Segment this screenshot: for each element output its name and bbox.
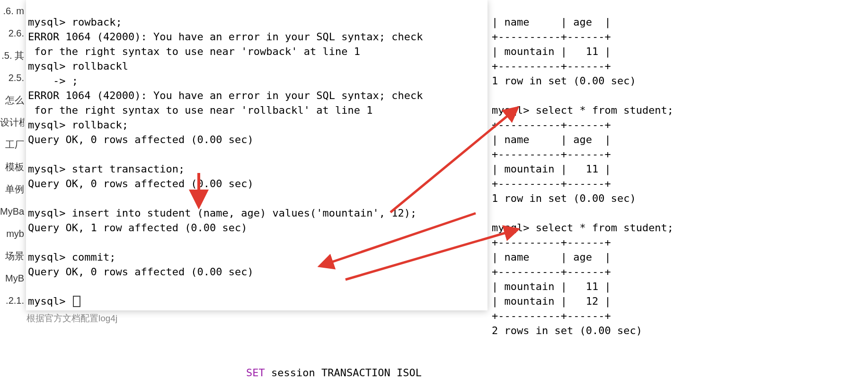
terminal-line: +----------+------+ [492, 119, 611, 131]
terminal-line: | mountain | 11 | [492, 281, 611, 292]
terminal-line: mysql> rollbackl [28, 60, 128, 72]
terminal-line: mysql> [28, 295, 72, 307]
cursor-icon [73, 296, 80, 307]
terminal-line: -> ; [28, 75, 78, 87]
terminal-line: mysql> start transaction; [28, 163, 185, 175]
terminal-line: | name | age | [492, 16, 611, 28]
terminal-line: mysql> commit; [28, 251, 115, 263]
terminal-line: mysql> rollback; [28, 119, 128, 131]
terminal-line: +----------+------+ [492, 236, 611, 248]
sidebar-item[interactable]: 模板 [0, 156, 24, 178]
sidebar-item[interactable]: 怎么 [0, 89, 24, 111]
terminal-line: | name | age | [492, 251, 611, 263]
terminal-line: +----------+------+ [492, 148, 611, 160]
terminal-line: 1 row in set (0.00 sec) [492, 75, 636, 87]
document-outline-sidebar: .6. m 2.6. .5. 其 2.5. 怎么 设计模 工厂 模板 单例 My… [0, 0, 26, 381]
terminal-line: Query OK, 0 rows affected (0.00 sec) [28, 178, 254, 190]
terminal-line: mysql> select * from student; [492, 104, 673, 116]
terminal-line: Query OK, 1 row affected (0.00 sec) [28, 222, 248, 234]
sidebar-item[interactable]: 场景 [0, 245, 24, 267]
sidebar-item[interactable]: MyBa [0, 200, 24, 223]
terminal-line: mysql> rowback; [28, 16, 122, 28]
mysql-terminal-left[interactable]: mysql> rowback; ERROR 1064 (42000): You … [26, 0, 487, 310]
terminal-line: 2 rows in set (0.00 sec) [492, 325, 642, 336]
sql-text: session TRANSACTION ISOL [265, 367, 422, 379]
terminal-line: | mountain | 11 | [492, 163, 611, 175]
terminal-line: | name | age | [492, 134, 611, 145]
terminal-line: | mountain | 12 | [492, 295, 611, 307]
sidebar-item[interactable]: .6. m [0, 0, 24, 22]
terminal-line: | mountain | 11 | [492, 45, 611, 57]
terminal-line: +----------+------+ [492, 178, 611, 190]
terminal-line: 1 row in set (0.00 sec) [492, 192, 636, 204]
sql-keyword: SET [246, 367, 265, 379]
terminal-line: Query OK, 0 rows affected (0.00 sec) [28, 134, 254, 145]
terminal-line: mysql> select * from student; [492, 222, 673, 234]
sidebar-item[interactable]: myb [0, 223, 24, 245]
terminal-line: ERROR 1064 (42000): You have an error in… [28, 31, 423, 43]
sidebar-item[interactable]: .5. 其 [0, 45, 24, 67]
sidebar-item[interactable]: .2.1. [0, 290, 24, 312]
sidebar-item[interactable]: 2.5. [0, 67, 24, 89]
sidebar-item[interactable]: 2.6. [0, 22, 24, 45]
terminal-line: mysql> insert into student (name, age) v… [28, 207, 416, 219]
sidebar-item[interactable]: MyB [0, 267, 24, 290]
terminal-line: +----------+------+ [492, 266, 611, 278]
sidebar-item[interactable]: 设计模 [0, 111, 24, 134]
document-body-text: 根据官方文档配置log4j [27, 312, 117, 325]
terminal-line: for the right syntax to use near 'rollba… [28, 104, 372, 116]
terminal-line: +----------+------+ [492, 310, 611, 322]
sidebar-item[interactable]: 单例 [0, 178, 24, 200]
terminal-line: Query OK, 0 rows affected (0.00 sec) [28, 266, 254, 278]
mysql-terminal-right[interactable]: | name | age | +----------+------+ | mou… [490, 0, 868, 381]
terminal-line: ERROR 1064 (42000): You have an error in… [28, 90, 423, 101]
sidebar-item[interactable]: 工厂 [0, 134, 24, 156]
sql-statement: SET session TRANSACTION ISOL [246, 367, 422, 379]
terminal-line: +----------+------+ [492, 31, 611, 43]
terminal-line: for the right syntax to use near 'rowbac… [28, 45, 360, 57]
terminal-line: +----------+------+ [492, 60, 611, 72]
